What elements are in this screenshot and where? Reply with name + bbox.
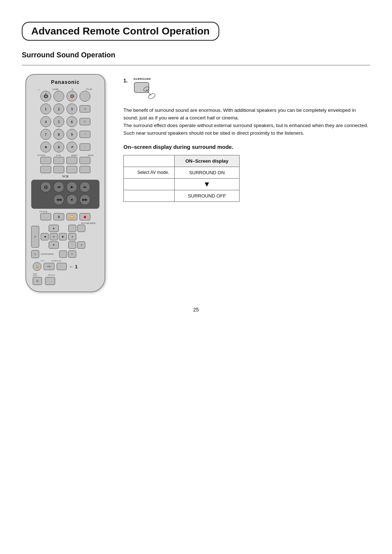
sound-menu-btns: V	[59, 250, 76, 258]
btn-recall[interactable]: ↺	[66, 142, 77, 152]
vcr-end[interactable]: ▶▶	[79, 194, 90, 205]
vcr-section: ⏻ ⏮ ▶ ⏭ ◀◀ ■ ▶▶	[31, 180, 99, 209]
description-text: The benefit of surround sound are enormo…	[123, 107, 370, 137]
tvvcr-label: TV/VCR	[31, 211, 99, 213]
table-select-label: Select AV mode.	[124, 167, 175, 178]
vcr-rew[interactable]: ⏮	[53, 182, 64, 192]
surround-bottom-row: 🔒 I/II ← 1	[31, 262, 99, 271]
btn-3[interactable]: 3	[66, 103, 77, 114]
game-btn[interactable]	[53, 91, 64, 102]
vcr-play[interactable]: ▶	[66, 182, 77, 192]
remote-container: Panasonic ᵩ GAME ✕ TV/AV ⏻ 🔇 1 2 3 ∧	[22, 74, 109, 292]
btn-0[interactable]: 0	[53, 142, 64, 152]
page-number: 25	[22, 307, 370, 313]
btn-minus[interactable]: –	[79, 143, 90, 151]
section-divider	[22, 65, 370, 65]
btn-sound2[interactable]: V	[68, 250, 76, 258]
step-number: 1.	[123, 78, 128, 83]
tvav-btn[interactable]	[79, 91, 90, 102]
num-row-1: 1 2 3 ∧	[31, 103, 99, 114]
svg-point-3	[147, 93, 156, 100]
btn-4[interactable]: 4	[40, 116, 51, 127]
btn-reveal[interactable]	[45, 277, 55, 285]
arrow-col: ▲ ◀ N ▶ ▼	[41, 225, 67, 249]
btn-slowfwd[interactable]: ⏩	[66, 213, 77, 220]
table-arrow-row: ▼	[124, 178, 240, 190]
btn-a-up[interactable]: ∧	[68, 233, 76, 240]
table-arrow-empty	[124, 178, 175, 190]
btn-hold[interactable]	[79, 157, 90, 164]
mute-btn[interactable]: 🔇	[66, 91, 77, 102]
btn-plus[interactable]: +	[79, 131, 90, 138]
btn-p[interactable]: P	[31, 226, 39, 248]
btn-menu1[interactable]	[68, 225, 76, 232]
nav-area: P ▲ ◀ N ▶ ▼	[31, 225, 99, 249]
btn-extra2[interactable]	[53, 166, 64, 173]
btn-time-text[interactable]: 0	[33, 277, 42, 285]
btn-extra1[interactable]	[40, 166, 51, 173]
btn-teletext[interactable]: ⊛	[40, 142, 51, 152]
vcr-row2: ◀◀ ■ ▶▶	[33, 194, 98, 205]
btn-n[interactable]: N	[50, 233, 58, 240]
picture-menu-label-row: PICTURE MENU	[31, 222, 97, 224]
btn-8[interactable]: 8	[53, 129, 64, 140]
surround-button-svg	[134, 82, 157, 102]
btn-index[interactable]	[66, 157, 77, 164]
btn-1[interactable]: 1	[40, 103, 51, 114]
btn-a-down[interactable]: ∨	[77, 241, 85, 249]
top-labels: ᵩ GAME ✕ TV/AV	[31, 88, 99, 90]
btn-onoff[interactable]: I/II	[44, 263, 54, 270]
top-btn-row: ⏻ 🔇	[31, 91, 99, 102]
sound-menu-label: SOUND MENU	[41, 253, 54, 255]
btn-surround[interactable]	[57, 263, 67, 270]
time-reveal-row: 0	[31, 277, 99, 285]
btn-record[interactable]: ⏺	[79, 213, 90, 220]
remote-brand: Panasonic	[31, 79, 99, 85]
vcr-stop[interactable]: ■	[66, 194, 77, 205]
table-header-onscreen: ON–Screen display	[175, 155, 240, 167]
btn-tvtext[interactable]	[40, 157, 51, 164]
btn-9[interactable]: 9	[66, 129, 77, 140]
btn-7[interactable]: 7	[40, 129, 51, 140]
btn-s[interactable]: S	[31, 250, 39, 258]
btn-arrow-left[interactable]: ◀	[41, 233, 49, 240]
vcr-power[interactable]: ⏻	[40, 182, 51, 192]
onscreen-table: ON–Screen display Select AV mode. SURROU…	[123, 155, 240, 202]
btn-tvvcr[interactable]	[40, 213, 51, 220]
btn-extra4[interactable]	[79, 166, 90, 173]
table-surround-off: SURROUND OFF	[175, 190, 240, 201]
right-menu-col: ∧ ∨	[68, 225, 85, 249]
callout-1: ← 1	[69, 264, 78, 269]
vcr-ff[interactable]: ⏭	[79, 182, 90, 192]
main-content: Panasonic ᵩ GAME ✕ TV/AV ⏻ 🔇 1 2 3 ∧	[22, 74, 370, 292]
vcr-back[interactable]: ◀◀	[53, 194, 64, 205]
btn-down[interactable]: V	[79, 118, 90, 125]
text-btn-labels: TV/TEXT F/T/B INDEX HOLD	[31, 154, 99, 156]
btn-2[interactable]: 2	[53, 103, 64, 114]
btn-menu3[interactable]	[68, 241, 76, 249]
btn-menu2[interactable]	[77, 225, 85, 232]
table-surround-off-row: SURROUND OFF	[124, 190, 240, 201]
btn-pause[interactable]: ⏸	[53, 213, 64, 220]
svg-rect-0	[134, 82, 149, 93]
btn-arrow-down2[interactable]: ▼	[49, 241, 59, 249]
btn-lock[interactable]: 🔒	[33, 262, 41, 271]
btn-up[interactable]: ∧	[79, 105, 90, 113]
menu-row2: ∧	[68, 233, 85, 240]
remote-control: Panasonic ᵩ GAME ✕ TV/AV ⏻ 🔇 1 2 3 ∧	[25, 74, 105, 292]
btn-arrow-right[interactable]: ▶	[59, 233, 67, 240]
page-title: Advanced Remote Control Operation	[22, 22, 219, 41]
table-header-empty	[124, 155, 175, 167]
num-row-4: ⊛ 0 ↺ –	[31, 142, 99, 152]
btn-6[interactable]: 6	[66, 116, 77, 127]
on-screen-title: On–screen display during surround mode.	[123, 144, 370, 150]
power-btn[interactable]: ⏻	[40, 91, 51, 102]
time-text-label-row: TIMETEXT REVEAL	[31, 273, 99, 277]
btn-ftb[interactable]	[53, 157, 64, 164]
num-row-3: 7 8 9 +	[31, 129, 99, 140]
btn-sound1[interactable]	[59, 250, 67, 258]
btn-extra3[interactable]	[66, 166, 77, 173]
btn-5[interactable]: 5	[53, 116, 64, 127]
table-arrow: ▼	[175, 178, 240, 190]
btn-arrow-up[interactable]: ▲	[49, 225, 59, 232]
